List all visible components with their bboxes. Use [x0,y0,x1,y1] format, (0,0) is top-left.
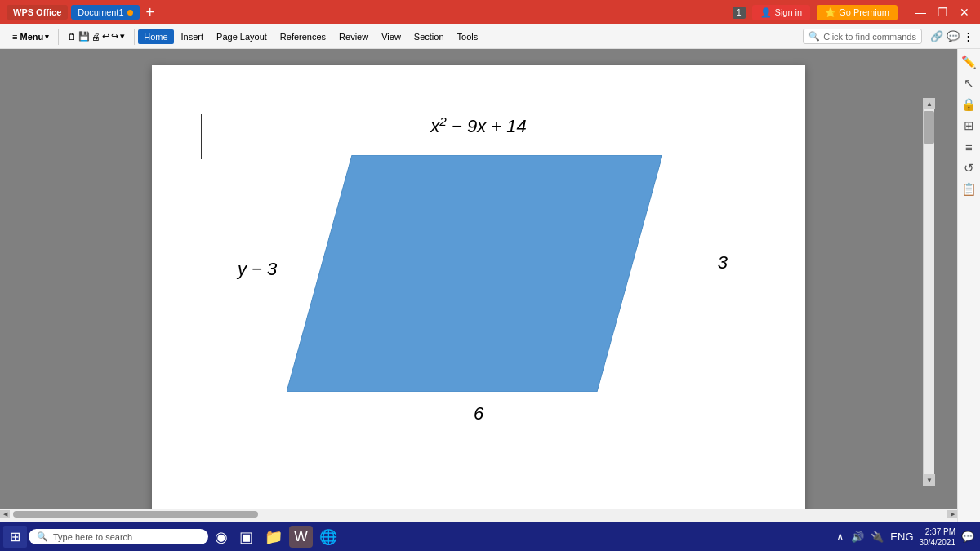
scroll-down-button[interactable]: ▼ [924,474,935,486]
search-icon: 🔍 [808,31,820,42]
scroll-track [924,109,934,474]
start-button[interactable]: ⊞ [3,526,27,548]
sidebar-grid-icon[interactable]: ⊞ [960,116,979,136]
taskbar-search-icon: 🔍 [37,531,48,542]
right-formula-label: 3 [718,252,728,273]
close-button[interactable]: ✕ [956,6,973,19]
taskbar-time[interactable]: 2:37 PM 30/4/2021 [920,527,956,548]
restore-button[interactable]: ❐ [933,6,952,19]
menu-bar: ≡ Menu ▾ 🗒 💾 🖨 ↩ ↪ ▾ Home Insert Page La… [0,24,980,49]
tray-icons: ∧ 🔊 🔌 ENG [834,529,915,544]
document-tab[interactable]: Document1 [71,5,139,20]
page-number-badge: 1 [733,7,746,19]
tab-tools[interactable]: Tools [452,29,484,44]
sidebar-doc-icon[interactable]: 📋 [960,180,979,199]
more-icon[interactable]: ⋮ [963,30,973,42]
tray-network-icon[interactable]: 🔌 [868,529,886,544]
taskbar-folder-icon[interactable]: 📁 [260,526,287,549]
star-icon: ⭐ [825,7,836,17]
wps-logo[interactable]: WPS Office [7,5,68,20]
notification-icon[interactable]: 💬 [959,529,977,544]
right-menu-icons: 🔗 💬 ⋮ [930,30,973,42]
taskbar-search[interactable]: 🔍 Type here to search [29,529,208,544]
tray-lang-icon[interactable]: ENG [888,529,915,544]
tab-home[interactable]: Home [138,29,173,44]
tray-volume-icon[interactable]: 🔊 [849,529,866,544]
shape-container: x2 − 9x + 14 y − 3 3 6 [254,114,703,424]
svg-marker-0 [287,155,662,392]
sidebar-lock-icon[interactable]: 🔒 [960,95,979,114]
right-sidebar: ✏️ ↖ 🔒 ⊞ ≡ ↺ 📋 [957,49,980,527]
hscroll-left-button[interactable]: ◀ [0,510,10,518]
hscroll-right-button[interactable]: ▶ [947,510,957,518]
sidebar-list-icon[interactable]: ≡ [960,137,979,157]
tab-references[interactable]: References [274,29,332,44]
document-area: ▲ ▼ x2 − 9x + 14 y − 3 3 [0,49,957,518]
premium-button[interactable]: ⭐ Go Premium [817,5,898,20]
cortana-button[interactable]: ◉ [210,526,233,549]
tab-review[interactable]: Review [333,29,374,44]
vertical-scrollbar[interactable]: ▲ ▼ [923,98,934,486]
scroll-up-button[interactable]: ▲ [924,98,935,109]
menu-home: 🗒 💾 🖨 ↩ ↪ ▾ [62,29,131,44]
taskbar-browser-icon[interactable]: 🌐 [314,526,342,549]
person-icon: 👤 [760,7,772,18]
tray-expand-icon[interactable]: ∧ [834,529,847,544]
modified-dot [127,10,133,16]
bottom-formula-label: 6 [474,403,483,424]
scroll-thumb[interactable] [924,111,934,144]
horizontal-scrollbar[interactable]: ◀ ▶ [0,509,957,518]
undo-icon: ↩ [102,31,109,42]
taskview-button[interactable]: ▣ [234,526,258,549]
sidebar-cursor-icon[interactable]: ↖ [960,73,979,93]
comment-icon[interactable]: 💬 [947,30,960,42]
arrow-down-icon: ▾ [120,31,125,42]
tab-view[interactable]: View [376,29,407,44]
text-cursor [201,114,202,159]
title-bar: WPS Office Document1 + 1 👤 Sign in ⭐ Go … [0,0,980,24]
tab-page-layout[interactable]: Page Layout [211,29,273,44]
parallelogram-shape[interactable] [287,155,662,392]
save-icon: 💾 [78,31,90,42]
hscroll-thumb[interactable] [13,511,258,518]
menu-toggle[interactable]: ≡ Menu ▾ [7,29,55,44]
command-search[interactable]: 🔍 Click to find commands [803,29,922,44]
tab-insert[interactable]: Insert [176,29,210,44]
taskbar: ⊞ 🔍 Type here to search ◉ ▣ 📁 W 🌐 ∧ 🔊 🔌 … [0,522,980,551]
signin-button[interactable]: 👤 Sign in [752,5,811,20]
left-formula-label: y − 3 [238,259,277,280]
print-icon: 🖨 [91,32,100,42]
window-controls: — ❐ ✕ [911,6,973,19]
share-icon[interactable]: 🔗 [930,30,943,42]
file-icon: 🗒 [68,32,77,42]
document-title: Document1 [78,7,123,17]
taskbar-wps-icon[interactable]: W [289,526,313,548]
top-formula-label: x2 − 9x + 14 [430,114,526,137]
sidebar-pencil-icon[interactable]: ✏️ [960,52,979,72]
taskbar-right: ∧ 🔊 🔌 ENG 2:37 PM 30/4/2021 💬 [834,527,977,548]
tab-section[interactable]: Section [408,29,450,44]
redo-icon: ↪ [111,31,118,42]
title-bar-right: 1 👤 Sign in ⭐ Go Premium — ❐ ✕ [733,5,973,20]
sidebar-undo-icon[interactable]: ↺ [960,158,979,178]
new-tab-button[interactable]: + [146,4,155,21]
document-page: x2 − 9x + 14 y − 3 3 6 [152,65,805,514]
minimize-button[interactable]: — [911,6,930,19]
